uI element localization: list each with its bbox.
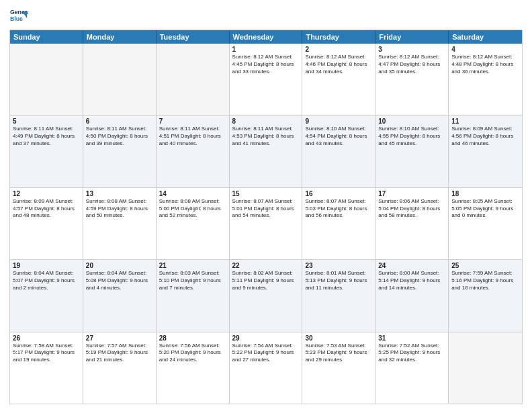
day-number: 11 [451, 118, 519, 125]
header: General Blue [9, 7, 523, 26]
day-cell-14: 14Sunrise: 8:08 AM Sunset: 5:00 PM Dayli… [157, 188, 230, 259]
day-cell-13: 13Sunrise: 8:08 AM Sunset: 4:59 PM Dayli… [83, 188, 157, 259]
day-number: 20 [86, 262, 153, 269]
svg-text:Blue: Blue [10, 15, 23, 22]
day-number: 17 [378, 190, 445, 197]
day-info: Sunrise: 8:02 AM Sunset: 5:11 PM Dayligh… [232, 270, 300, 291]
day-cell-2: 2Sunrise: 8:12 AM Sunset: 4:46 PM Daylig… [302, 44, 375, 115]
day-number: 15 [232, 190, 300, 197]
day-number: 16 [305, 190, 372, 197]
header-day-tuesday: Tuesday [157, 30, 230, 44]
day-info: Sunrise: 8:04 AM Sunset: 5:08 PM Dayligh… [86, 270, 153, 291]
day-cell-7: 7Sunrise: 8:11 AM Sunset: 4:51 PM Daylig… [157, 116, 230, 187]
day-cell-15: 15Sunrise: 8:07 AM Sunset: 5:01 PM Dayli… [230, 188, 303, 259]
day-cell-5: 5Sunrise: 8:11 AM Sunset: 4:49 PM Daylig… [10, 116, 83, 187]
day-info: Sunrise: 7:53 AM Sunset: 5:23 PM Dayligh… [305, 342, 372, 364]
day-cell-29: 29Sunrise: 7:54 AM Sunset: 5:22 PM Dayli… [230, 332, 303, 404]
day-cell-27: 27Sunrise: 7:57 AM Sunset: 5:19 PM Dayli… [83, 332, 157, 404]
day-info: Sunrise: 8:04 AM Sunset: 5:07 PM Dayligh… [13, 270, 80, 291]
day-cell-9: 9Sunrise: 8:10 AM Sunset: 4:54 PM Daylig… [302, 116, 375, 187]
calendar-row-4: 19Sunrise: 8:04 AM Sunset: 5:07 PM Dayli… [10, 259, 522, 331]
day-number: 30 [305, 334, 372, 342]
day-info: Sunrise: 8:11 AM Sunset: 4:51 PM Dayligh… [159, 126, 226, 147]
day-info: Sunrise: 8:10 AM Sunset: 4:54 PM Dayligh… [305, 126, 372, 147]
header-day-wednesday: Wednesday [230, 30, 303, 44]
day-number: 23 [305, 262, 372, 269]
day-info: Sunrise: 7:52 AM Sunset: 5:25 PM Dayligh… [378, 342, 445, 364]
day-info: Sunrise: 8:08 AM Sunset: 4:59 PM Dayligh… [86, 198, 153, 220]
empty-cell [10, 44, 83, 115]
day-number: 24 [378, 262, 445, 269]
day-cell-31: 31Sunrise: 7:52 AM Sunset: 5:25 PM Dayli… [375, 332, 449, 404]
empty-cell [157, 44, 230, 115]
day-info: Sunrise: 8:11 AM Sunset: 4:53 PM Dayligh… [232, 126, 300, 147]
day-cell-19: 19Sunrise: 8:04 AM Sunset: 5:07 PM Dayli… [10, 260, 83, 331]
day-number: 12 [13, 190, 80, 197]
day-cell-21: 21Sunrise: 8:03 AM Sunset: 5:10 PM Dayli… [157, 260, 230, 331]
day-cell-10: 10Sunrise: 8:10 AM Sunset: 4:55 PM Dayli… [375, 116, 449, 187]
day-cell-22: 22Sunrise: 8:02 AM Sunset: 5:11 PM Dayli… [230, 260, 303, 331]
header-day-saturday: Saturday [449, 30, 522, 44]
day-info: Sunrise: 8:09 AM Sunset: 4:57 PM Dayligh… [13, 198, 80, 220]
day-number: 18 [451, 190, 519, 197]
header-day-thursday: Thursday [302, 30, 375, 44]
day-cell-4: 4Sunrise: 8:12 AM Sunset: 4:48 PM Daylig… [449, 44, 522, 115]
day-number: 14 [159, 190, 226, 197]
calendar-row-2: 5Sunrise: 8:11 AM Sunset: 4:49 PM Daylig… [10, 115, 522, 187]
day-number: 21 [159, 262, 226, 269]
day-cell-12: 12Sunrise: 8:09 AM Sunset: 4:57 PM Dayli… [10, 188, 83, 259]
day-number: 27 [86, 334, 153, 342]
header-day-friday: Friday [375, 30, 449, 44]
day-info: Sunrise: 8:08 AM Sunset: 5:00 PM Dayligh… [159, 198, 226, 220]
day-number: 8 [232, 118, 300, 125]
day-cell-24: 24Sunrise: 8:00 AM Sunset: 5:14 PM Dayli… [375, 260, 449, 331]
day-cell-30: 30Sunrise: 7:53 AM Sunset: 5:23 PM Dayli… [302, 332, 375, 404]
day-cell-18: 18Sunrise: 8:05 AM Sunset: 5:05 PM Dayli… [449, 188, 522, 259]
day-number: 10 [378, 118, 445, 125]
day-number: 3 [378, 46, 445, 53]
day-info: Sunrise: 8:12 AM Sunset: 4:48 PM Dayligh… [451, 54, 519, 75]
day-cell-28: 28Sunrise: 7:56 AM Sunset: 5:20 PM Dayli… [157, 332, 230, 404]
logo: General Blue [9, 7, 28, 26]
day-number: 31 [378, 334, 445, 342]
day-number: 7 [159, 118, 226, 125]
day-cell-17: 17Sunrise: 8:06 AM Sunset: 5:04 PM Dayli… [375, 188, 449, 259]
day-number: 26 [13, 334, 80, 342]
header-day-monday: Monday [83, 30, 157, 44]
day-number: 6 [86, 118, 153, 125]
day-cell-3: 3Sunrise: 8:12 AM Sunset: 4:47 PM Daylig… [375, 44, 449, 115]
day-number: 9 [305, 118, 372, 125]
header-day-sunday: Sunday [10, 30, 83, 44]
day-number: 28 [159, 334, 226, 342]
day-info: Sunrise: 8:07 AM Sunset: 5:01 PM Dayligh… [232, 198, 300, 220]
calendar-header: SundayMondayTuesdayWednesdayThursdayFrid… [10, 30, 522, 44]
day-info: Sunrise: 8:03 AM Sunset: 5:10 PM Dayligh… [159, 270, 226, 291]
calendar-row-5: 26Sunrise: 7:58 AM Sunset: 5:17 PM Dayli… [10, 332, 522, 404]
calendar-body: 1Sunrise: 8:12 AM Sunset: 4:45 PM Daylig… [10, 44, 522, 404]
day-number: 5 [13, 118, 80, 125]
day-info: Sunrise: 8:07 AM Sunset: 5:03 PM Dayligh… [305, 198, 372, 220]
day-info: Sunrise: 7:54 AM Sunset: 5:22 PM Dayligh… [232, 342, 300, 364]
calendar: SundayMondayTuesdayWednesdayThursdayFrid… [9, 30, 523, 404]
day-cell-20: 20Sunrise: 8:04 AM Sunset: 5:08 PM Dayli… [83, 260, 157, 331]
day-number: 29 [232, 334, 300, 342]
day-info: Sunrise: 8:06 AM Sunset: 5:04 PM Dayligh… [378, 198, 445, 220]
day-cell-6: 6Sunrise: 8:11 AM Sunset: 4:50 PM Daylig… [83, 116, 157, 187]
day-info: Sunrise: 7:57 AM Sunset: 5:19 PM Dayligh… [86, 342, 153, 364]
day-cell-1: 1Sunrise: 8:12 AM Sunset: 4:45 PM Daylig… [230, 44, 303, 115]
day-info: Sunrise: 8:12 AM Sunset: 4:46 PM Dayligh… [305, 54, 372, 75]
day-info: Sunrise: 7:59 AM Sunset: 5:16 PM Dayligh… [451, 270, 519, 291]
day-info: Sunrise: 8:05 AM Sunset: 5:05 PM Dayligh… [451, 198, 519, 220]
page: General Blue SundayMondayTuesdayWednesda… [0, 0, 532, 411]
day-info: Sunrise: 8:11 AM Sunset: 4:49 PM Dayligh… [13, 126, 80, 147]
day-cell-8: 8Sunrise: 8:11 AM Sunset: 4:53 PM Daylig… [230, 116, 303, 187]
logo-icon: General Blue [9, 7, 28, 26]
day-info: Sunrise: 8:01 AM Sunset: 5:13 PM Dayligh… [305, 270, 372, 291]
day-info: Sunrise: 8:12 AM Sunset: 4:47 PM Dayligh… [378, 54, 445, 75]
day-info: Sunrise: 7:58 AM Sunset: 5:17 PM Dayligh… [13, 342, 80, 364]
day-number: 4 [451, 46, 519, 53]
day-cell-11: 11Sunrise: 8:09 AM Sunset: 4:56 PM Dayli… [449, 116, 522, 187]
calendar-row-1: 1Sunrise: 8:12 AM Sunset: 4:45 PM Daylig… [10, 44, 522, 115]
calendar-row-3: 12Sunrise: 8:09 AM Sunset: 4:57 PM Dayli… [10, 187, 522, 259]
empty-cell [449, 332, 522, 404]
